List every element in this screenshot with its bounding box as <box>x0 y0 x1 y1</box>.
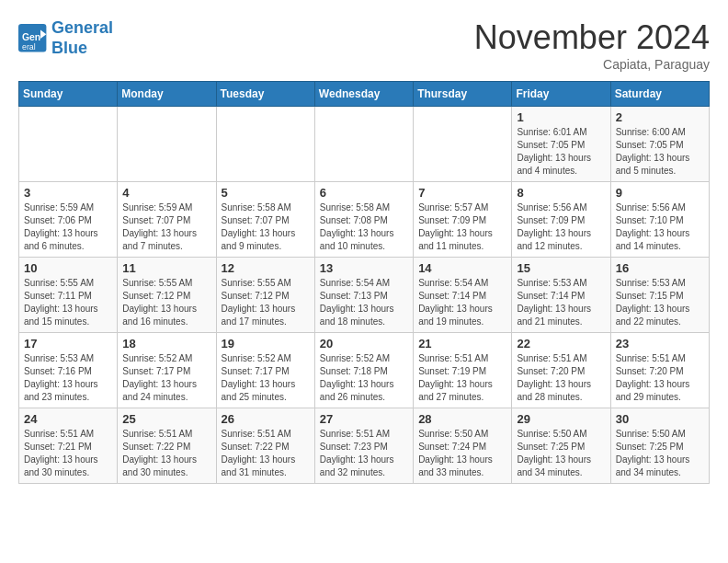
calendar-cell: 20Sunrise: 5:52 AMSunset: 7:18 PMDayligh… <box>314 333 413 408</box>
page-header: Gen eral General Blue November 2024 Capi… <box>18 18 710 72</box>
day-number: 1 <box>517 110 605 124</box>
day-number: 9 <box>616 186 704 200</box>
month-title: November 2024 <box>474 18 710 57</box>
day-info: Sunrise: 6:01 AMSunset: 7:05 PMDaylight:… <box>517 126 605 178</box>
calendar-cell <box>19 107 118 182</box>
day-number: 12 <box>222 261 310 275</box>
week-row-1: 3Sunrise: 5:59 AMSunset: 7:06 PMDaylight… <box>19 182 710 258</box>
weekday-header-saturday: Saturday <box>610 82 709 107</box>
day-info: Sunrise: 5:50 AMSunset: 7:25 PMDaylight:… <box>616 428 704 479</box>
logo-icon: Gen eral <box>18 24 48 53</box>
day-number: 11 <box>122 261 210 275</box>
day-info: Sunrise: 5:59 AMSunset: 7:06 PMDaylight:… <box>24 201 112 253</box>
day-info: Sunrise: 5:55 AMSunset: 7:11 PMDaylight:… <box>24 277 112 328</box>
day-info: Sunrise: 5:59 AMSunset: 7:07 PMDaylight:… <box>122 201 210 253</box>
day-info: Sunrise: 5:56 AMSunset: 7:09 PMDaylight:… <box>517 201 605 253</box>
calendar-cell: 18Sunrise: 5:52 AMSunset: 7:17 PMDayligh… <box>118 333 216 408</box>
logo-text: General Blue <box>51 18 113 58</box>
calendar-cell: 12Sunrise: 5:55 AMSunset: 7:12 PMDayligh… <box>216 258 314 333</box>
calendar-cell: 26Sunrise: 5:51 AMSunset: 7:22 PMDayligh… <box>216 408 314 484</box>
day-number: 16 <box>616 261 704 275</box>
day-number: 5 <box>222 186 310 200</box>
weekday-header-thursday: Thursday <box>414 82 512 107</box>
day-info: Sunrise: 5:58 AMSunset: 7:08 PMDaylight:… <box>320 201 408 253</box>
day-info: Sunrise: 5:50 AMSunset: 7:24 PMDaylight:… <box>418 428 506 479</box>
day-info: Sunrise: 5:54 AMSunset: 7:13 PMDaylight:… <box>320 277 408 328</box>
calendar-cell: 13Sunrise: 5:54 AMSunset: 7:13 PMDayligh… <box>314 258 413 333</box>
calendar-cell: 21Sunrise: 5:51 AMSunset: 7:19 PMDayligh… <box>414 333 512 408</box>
calendar-header: SundayMondayTuesdayWednesdayThursdayFrid… <box>19 82 710 107</box>
day-number: 19 <box>222 337 310 350</box>
calendar-cell: 7Sunrise: 5:57 AMSunset: 7:09 PMDaylight… <box>414 182 512 258</box>
calendar-cell <box>314 107 413 182</box>
day-number: 27 <box>320 412 408 426</box>
weekday-row: SundayMondayTuesdayWednesdayThursdayFrid… <box>19 82 710 107</box>
calendar-cell: 6Sunrise: 5:58 AMSunset: 7:08 PMDaylight… <box>314 182 413 258</box>
week-row-3: 17Sunrise: 5:53 AMSunset: 7:16 PMDayligh… <box>19 333 710 408</box>
day-number: 18 <box>122 337 210 350</box>
day-number: 23 <box>616 337 704 350</box>
day-info: Sunrise: 5:52 AMSunset: 7:17 PMDaylight:… <box>222 352 310 404</box>
day-info: Sunrise: 5:57 AMSunset: 7:09 PMDaylight:… <box>418 201 506 253</box>
calendar-cell: 28Sunrise: 5:50 AMSunset: 7:24 PMDayligh… <box>414 408 512 484</box>
day-number: 24 <box>24 412 112 426</box>
day-number: 21 <box>418 337 506 350</box>
day-info: Sunrise: 5:51 AMSunset: 7:22 PMDaylight:… <box>222 428 310 479</box>
day-number: 13 <box>320 261 408 275</box>
location: Capiata, Paraguay <box>474 57 710 72</box>
day-info: Sunrise: 5:52 AMSunset: 7:18 PMDaylight:… <box>320 352 408 404</box>
title-area: November 2024 Capiata, Paraguay <box>474 18 710 72</box>
day-number: 2 <box>616 110 704 124</box>
day-info: Sunrise: 5:54 AMSunset: 7:14 PMDaylight:… <box>418 277 506 328</box>
svg-text:Gen: Gen <box>22 31 40 41</box>
day-info: Sunrise: 5:50 AMSunset: 7:25 PMDaylight:… <box>517 428 605 479</box>
calendar-cell: 3Sunrise: 5:59 AMSunset: 7:06 PMDaylight… <box>19 182 118 258</box>
day-info: Sunrise: 6:00 AMSunset: 7:05 PMDaylight:… <box>616 126 704 178</box>
weekday-header-wednesday: Wednesday <box>314 82 413 107</box>
day-number: 15 <box>517 261 605 275</box>
day-info: Sunrise: 5:58 AMSunset: 7:07 PMDaylight:… <box>222 201 310 253</box>
day-info: Sunrise: 5:51 AMSunset: 7:20 PMDaylight:… <box>517 352 605 404</box>
calendar-table: SundayMondayTuesdayWednesdayThursdayFrid… <box>18 81 710 484</box>
calendar-cell: 17Sunrise: 5:53 AMSunset: 7:16 PMDayligh… <box>19 333 118 408</box>
svg-text:eral: eral <box>22 42 36 52</box>
calendar-cell <box>414 107 512 182</box>
day-info: Sunrise: 5:53 AMSunset: 7:14 PMDaylight:… <box>517 277 605 328</box>
calendar-cell: 5Sunrise: 5:58 AMSunset: 7:07 PMDaylight… <box>216 182 314 258</box>
day-number: 22 <box>517 337 605 350</box>
calendar-cell: 14Sunrise: 5:54 AMSunset: 7:14 PMDayligh… <box>414 258 512 333</box>
day-number: 29 <box>517 412 605 426</box>
day-info: Sunrise: 5:55 AMSunset: 7:12 PMDaylight:… <box>222 277 310 328</box>
calendar-cell: 1Sunrise: 6:01 AMSunset: 7:05 PMDaylight… <box>512 107 610 182</box>
weekday-header-friday: Friday <box>512 82 610 107</box>
day-info: Sunrise: 5:51 AMSunset: 7:19 PMDaylight:… <box>418 352 506 404</box>
day-info: Sunrise: 5:53 AMSunset: 7:16 PMDaylight:… <box>24 352 112 404</box>
day-number: 25 <box>122 412 210 426</box>
day-info: Sunrise: 5:51 AMSunset: 7:23 PMDaylight:… <box>320 428 408 479</box>
day-number: 6 <box>320 186 408 200</box>
week-row-0: 1Sunrise: 6:01 AMSunset: 7:05 PMDaylight… <box>19 107 710 182</box>
calendar-cell: 22Sunrise: 5:51 AMSunset: 7:20 PMDayligh… <box>512 333 610 408</box>
calendar-cell: 24Sunrise: 5:51 AMSunset: 7:21 PMDayligh… <box>19 408 118 484</box>
day-number: 4 <box>122 186 210 200</box>
day-number: 8 <box>517 186 605 200</box>
calendar-cell <box>216 107 314 182</box>
day-info: Sunrise: 5:53 AMSunset: 7:15 PMDaylight:… <box>616 277 704 328</box>
weekday-header-tuesday: Tuesday <box>216 82 314 107</box>
week-row-4: 24Sunrise: 5:51 AMSunset: 7:21 PMDayligh… <box>19 408 710 484</box>
day-number: 14 <box>418 261 506 275</box>
calendar-cell: 25Sunrise: 5:51 AMSunset: 7:22 PMDayligh… <box>118 408 216 484</box>
logo-line1: General <box>51 18 113 37</box>
day-number: 26 <box>222 412 310 426</box>
day-info: Sunrise: 5:51 AMSunset: 7:20 PMDaylight:… <box>616 352 704 404</box>
day-info: Sunrise: 5:51 AMSunset: 7:21 PMDaylight:… <box>24 428 112 479</box>
calendar-cell: 10Sunrise: 5:55 AMSunset: 7:11 PMDayligh… <box>19 258 118 333</box>
calendar-cell <box>118 107 216 182</box>
day-info: Sunrise: 5:55 AMSunset: 7:12 PMDaylight:… <box>122 277 210 328</box>
calendar-cell: 23Sunrise: 5:51 AMSunset: 7:20 PMDayligh… <box>610 333 709 408</box>
calendar-cell: 11Sunrise: 5:55 AMSunset: 7:12 PMDayligh… <box>118 258 216 333</box>
calendar-cell: 15Sunrise: 5:53 AMSunset: 7:14 PMDayligh… <box>512 258 610 333</box>
day-number: 10 <box>24 261 112 275</box>
day-number: 17 <box>24 337 112 350</box>
calendar-cell: 9Sunrise: 5:56 AMSunset: 7:10 PMDaylight… <box>610 182 709 258</box>
